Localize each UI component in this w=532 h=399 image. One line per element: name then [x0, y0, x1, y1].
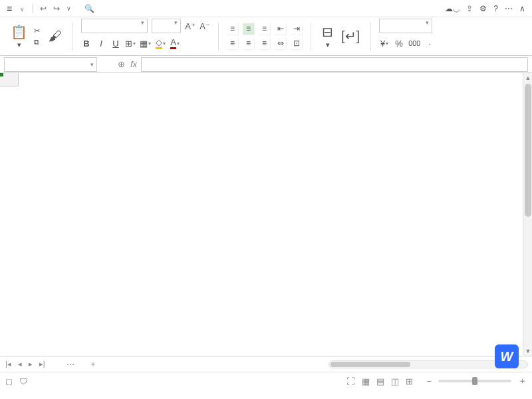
watermark: W [495, 344, 523, 368]
align-left-button[interactable]: ≡ [227, 38, 239, 50]
italic-button[interactable]: I [96, 37, 106, 49]
format-painter-button[interactable]: 🖌 [46, 27, 65, 46]
wps-logo-icon: W [495, 344, 519, 368]
spreadsheet-grid[interactable]: ▲ ▼ [0, 73, 532, 356]
fill-color-button[interactable]: ◇ [155, 37, 166, 49]
sheet-next-button[interactable]: ▸ [27, 360, 34, 368]
orientation-button[interactable]: ⊡ [291, 38, 303, 50]
font-size-select[interactable]: ▾ [152, 19, 181, 33]
cell-style-button[interactable]: ▦ [140, 37, 151, 49]
record-macro-icon[interactable]: ◻ [5, 376, 13, 386]
paste-button[interactable]: 📋 ▾ [8, 23, 30, 51]
insert-function-icon[interactable]: ⊕ [118, 59, 125, 69]
copy-icon: ⧉ [34, 38, 39, 47]
protection-icon[interactable]: 🛡 [19, 376, 28, 386]
app-menu-icon[interactable]: ≡ [4, 3, 15, 14]
normal-view-icon[interactable]: ▦ [362, 376, 370, 386]
vertical-scrollbar[interactable]: ▲ ▼ [523, 73, 532, 356]
more-icon[interactable]: ⋯ [505, 4, 513, 13]
history-dropdown[interactable]: ∨ [64, 4, 74, 13]
align-top-button[interactable]: ≡ [227, 23, 239, 35]
increase-indent-button[interactable]: ⇥ [291, 23, 303, 35]
ribbon: 📋 ▾ ✂ ⧉ 🖌 ▾ ▾ A⁺ A⁻ B I U ⊞ ▦ ◇ A [0, 17, 532, 56]
share-button[interactable]: ⇪ [466, 4, 473, 13]
divider [311, 23, 311, 51]
increase-font-button[interactable]: A⁺ [185, 20, 196, 32]
undo-button[interactable]: ↩ [37, 3, 49, 15]
status-bar: ◻ 🛡 ⛶ ▦ ▤ ◫ ⊞ − ＋ [0, 372, 532, 390]
sheet-menu-button[interactable]: ⋯ [61, 360, 80, 369]
divider [218, 23, 219, 51]
collapse-ribbon-icon[interactable]: ∧ [519, 4, 525, 13]
divider [33, 4, 33, 13]
cloud-sync-icon[interactable]: ☁◡ [445, 4, 460, 13]
search-icon[interactable]: 🔍 [84, 4, 94, 13]
currency-button[interactable]: ¥ [379, 37, 390, 49]
scroll-down-arrow[interactable]: ▼ [523, 346, 532, 356]
underline-button[interactable]: U [110, 37, 121, 49]
fx-icon[interactable]: fx [130, 59, 137, 69]
decrease-indent-button[interactable]: ⇤ [275, 23, 287, 35]
divider [72, 23, 73, 51]
distribute-h-button[interactable]: ⇔ [275, 38, 287, 50]
brush-icon: 🖌 [49, 29, 62, 44]
scissors-icon: ✂ [34, 27, 40, 35]
align-bottom-button[interactable]: ≡ [259, 23, 271, 35]
number-format-select[interactable]: ▾ [379, 19, 432, 33]
sheet-last-button[interactable]: ▸| [38, 360, 47, 368]
merge-icon: ⊟ [322, 24, 333, 40]
align-right-button[interactable]: ≡ [259, 38, 271, 50]
settings-icon[interactable]: ⚙ [479, 4, 487, 13]
font-name-select[interactable]: ▾ [81, 19, 148, 33]
align-center-button[interactable]: ≡ [243, 38, 255, 50]
cut-button[interactable]: ✂ [33, 26, 43, 36]
formula-input[interactable] [141, 57, 528, 72]
redo-button[interactable]: ↪ [51, 3, 63, 15]
zoom-slider[interactable] [438, 380, 511, 382]
sheet-prev-button[interactable]: ◂ [17, 360, 23, 368]
reading-view-icon[interactable]: ◫ [391, 376, 399, 386]
zoom-in-button[interactable]: ＋ [518, 375, 527, 387]
fullscreen-icon[interactable]: ⛶ [346, 376, 355, 386]
formula-bar-row: ⊕ fx [0, 56, 532, 73]
hscroll-thumb[interactable] [331, 362, 410, 367]
increase-decimal-button[interactable]: · [424, 37, 435, 49]
borders-button[interactable]: ⊞ [125, 37, 136, 49]
divider [370, 23, 371, 51]
comma-style-button[interactable]: 000 [408, 37, 420, 49]
wrap-text-button[interactable]: [↵] [338, 27, 362, 46]
clipboard-icon: 📋 [11, 24, 27, 40]
wrap-icon: [↵] [341, 28, 360, 44]
merge-center-button[interactable]: ⊟ ▾ [319, 23, 336, 51]
font-color-button[interactable]: A [170, 37, 180, 49]
alignment-grid: ≡ ≡ ≡ ⇤ ⇥ ≡ ≡ ≡ ⇔ ⊡ [227, 23, 303, 50]
scroll-up-arrow[interactable]: ▲ [523, 73, 532, 82]
scroll-thumb[interactable] [525, 84, 531, 217]
name-box[interactable] [4, 57, 97, 72]
zoom-out-button[interactable]: − [426, 376, 432, 386]
add-sheet-button[interactable]: ＋ [84, 358, 102, 370]
sheet-first-button[interactable]: |◂ [4, 360, 13, 368]
sheet-tab-bar: |◂ ◂ ▸ ▸| ⋯ ＋ [0, 356, 532, 372]
bold-button[interactable]: B [81, 37, 92, 49]
menu-bar: ≡ ∨ ↩ ↪ ∨ 🔍 ☁◡ ⇪ ⚙ ? ⋯ ∧ [0, 0, 532, 17]
align-middle-button[interactable]: ≡ [243, 23, 255, 35]
zoom-knob[interactable] [472, 377, 477, 385]
help-icon[interactable]: ? [493, 4, 498, 13]
decrease-font-button[interactable]: A⁻ [200, 20, 210, 32]
file-menu[interactable]: ∨ [16, 3, 29, 15]
page-layout-icon[interactable]: ▤ [376, 376, 384, 386]
page-break-view-icon[interactable]: ⊞ [406, 376, 413, 386]
percent-button[interactable]: % [394, 37, 404, 49]
select-all-corner[interactable] [0, 73, 19, 86]
copy-button[interactable]: ⧉ [33, 37, 43, 47]
